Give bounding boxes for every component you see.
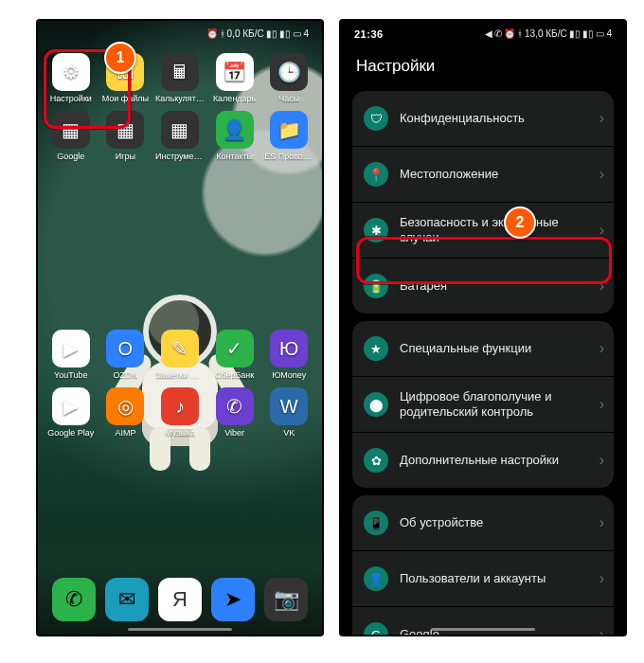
aimp-icon: ◎ bbox=[106, 387, 144, 425]
badge-2: 2 bbox=[504, 206, 536, 239]
chevron-right-icon: › bbox=[599, 396, 604, 413]
app-yoomoney[interactable]: ЮЮMoney bbox=[263, 330, 314, 380]
clock-icon: 🕒 bbox=[270, 53, 308, 91]
app-youtube[interactable]: ▶YouTube bbox=[45, 330, 97, 380]
app-es-explorer[interactable]: 📁ES Провод… bbox=[263, 111, 314, 161]
app-vk[interactable]: WVK bbox=[263, 387, 314, 438]
dock-telegram[interactable]: ➤ bbox=[211, 578, 255, 621]
settings-row-privacy[interactable]: 🛡Конфиденциальность› bbox=[352, 91, 614, 146]
app-label: Google Play bbox=[47, 428, 94, 438]
settings-row-label: Пользователи и аккаунты bbox=[400, 571, 588, 586]
alarm-icon: ⏰ bbox=[206, 29, 218, 39]
app-ozon[interactable]: OOZON bbox=[100, 330, 152, 380]
calculator-icon: 🖩 bbox=[161, 53, 199, 91]
calendar-icon: 📅 bbox=[216, 53, 254, 91]
settings-row-location[interactable]: 📍Местоположение› bbox=[352, 146, 614, 202]
status-bar: 21:36 ◀ ✆ ⏰ ᚼ 13,0 КБ/С ▮▯ ▮▯ ▭ 4 bbox=[341, 21, 625, 47]
app-label: VK bbox=[283, 428, 295, 438]
yoomoney-icon: Ю bbox=[270, 330, 308, 367]
location-icon: 📍 bbox=[364, 162, 388, 187]
app-calendar[interactable]: 📅Календарь bbox=[209, 53, 260, 103]
settings-row-wellbeing[interactable]: ⬤Цифровое благополучие и родительский ко… bbox=[352, 376, 614, 432]
settings-row-users[interactable]: 👤Пользователи и аккаунты› bbox=[352, 550, 614, 606]
app-aimp[interactable]: ◎AIMP bbox=[100, 387, 152, 438]
google-icon: G bbox=[364, 622, 388, 636]
dock-yandex[interactable]: Я bbox=[158, 578, 202, 621]
app-notes[interactable]: ✎Заметки G… bbox=[154, 330, 206, 380]
app-calculator[interactable]: 🖩Калькулят… bbox=[154, 53, 206, 103]
privacy-icon: 🛡 bbox=[364, 106, 388, 131]
settings-row-label: Цифровое благополучие и родительский кон… bbox=[400, 389, 588, 419]
signal-icon: ▮▯ ▮▯ bbox=[266, 29, 292, 39]
app-label: ES Провод… bbox=[264, 152, 313, 161]
vk-icon: W bbox=[270, 387, 308, 425]
settings-row-special[interactable]: ★Специальные функции› bbox=[352, 321, 614, 376]
home-indicator[interactable] bbox=[431, 628, 535, 631]
google-play-icon: ▶ bbox=[52, 387, 90, 425]
app-label: AIMP bbox=[115, 428, 135, 438]
app-label: Google bbox=[57, 152, 84, 161]
telegram-status-icon: ◀ bbox=[485, 29, 492, 39]
alarm-icon: ⏰ bbox=[504, 29, 515, 39]
battery-icon: ▭ bbox=[293, 29, 301, 39]
users-icon: 👤 bbox=[364, 566, 388, 591]
settings-row-about[interactable]: 📱Об устройстве› bbox=[352, 495, 614, 550]
chevron-right-icon: › bbox=[599, 626, 604, 636]
net-speed: 13,0 КБ/С bbox=[525, 29, 567, 39]
battery-pct: 4 bbox=[606, 29, 612, 39]
phone-status-icon: ✆ bbox=[494, 29, 502, 39]
advanced-icon: ✿ bbox=[364, 448, 388, 473]
special-icon: ★ bbox=[364, 336, 388, 361]
notes-icon: ✎ bbox=[161, 330, 199, 367]
app-label: Игры bbox=[116, 152, 135, 161]
app-label: СберБанк bbox=[215, 370, 254, 380]
net-speed: 0,0 КБ/С bbox=[227, 29, 264, 39]
settings-row-advanced[interactable]: ✿Дополнительные настройки› bbox=[352, 432, 614, 488]
app-viber[interactable]: ✆Viber bbox=[209, 387, 260, 438]
dock-camera[interactable]: 📷 bbox=[264, 578, 308, 621]
app-label: Заметки G… bbox=[155, 370, 205, 380]
settings-row-label: Дополнительные настройки bbox=[400, 453, 588, 468]
app-sberbank[interactable]: ✓СберБанк bbox=[209, 330, 260, 380]
chevron-right-icon: › bbox=[599, 452, 604, 469]
app-label: OZON bbox=[113, 370, 137, 380]
app-label: YouTube bbox=[54, 370, 87, 380]
home-indicator[interactable] bbox=[128, 628, 232, 631]
chevron-right-icon: › bbox=[599, 166, 604, 183]
app-tools-folder[interactable]: ▦Инструмен… bbox=[154, 111, 206, 161]
settings-row-google[interactable]: GGoogle› bbox=[352, 606, 614, 636]
app-clock[interactable]: 🕒Часы bbox=[263, 53, 314, 103]
dock-messages[interactable]: ✉ bbox=[105, 578, 149, 621]
about-icon: 📱 bbox=[364, 511, 388, 535]
settings-row-label: Об устройстве bbox=[400, 515, 588, 530]
app-label: Viber bbox=[224, 428, 244, 438]
battery-icon: ▭ bbox=[596, 29, 604, 39]
settings-row-label: Специальные функции bbox=[400, 341, 588, 356]
contacts-icon: 👤 bbox=[216, 111, 254, 149]
highlight-battery bbox=[356, 237, 612, 284]
bluetooth-icon: ᚼ bbox=[220, 29, 225, 39]
signal-icon: ▮▯ ▮▯ bbox=[569, 29, 595, 39]
es-explorer-icon: 📁 bbox=[270, 111, 308, 149]
sberbank-icon: ✓ bbox=[216, 330, 254, 367]
app-contacts[interactable]: 👤Контакты bbox=[209, 111, 260, 161]
app-label: Контакты bbox=[216, 152, 253, 161]
app-google-play[interactable]: ▶Google Play bbox=[45, 387, 97, 438]
app-label: Часы bbox=[278, 94, 299, 103]
chevron-right-icon: › bbox=[599, 340, 604, 357]
phone-home-screen: 21:34 ⏰ ᚼ 0,0 КБ/С ▮▯ ▮▯ ▭ 4 ⚙Настройки🗂… bbox=[36, 19, 324, 636]
app-label: Календарь bbox=[213, 94, 256, 103]
youtube-icon: ▶ bbox=[52, 330, 90, 367]
app-label: Калькулят… bbox=[155, 94, 205, 103]
battery-pct: 4 bbox=[303, 29, 309, 39]
settings-group-3: 📱Об устройстве›👤Пользователи и аккаунты›… bbox=[352, 495, 614, 636]
dock-phone[interactable]: ✆ bbox=[52, 578, 96, 621]
settings-row-label: Конфиденциальность bbox=[400, 111, 588, 126]
app-music[interactable]: ♪Музыка bbox=[154, 387, 206, 438]
page-title: Настройки bbox=[341, 47, 625, 83]
viber-icon: ✆ bbox=[216, 387, 254, 425]
dock: ✆✉Я➤📷 bbox=[38, 578, 322, 621]
app-label: Музыка bbox=[165, 428, 195, 438]
ozon-icon: O bbox=[106, 330, 144, 367]
chevron-right-icon: › bbox=[599, 514, 604, 531]
